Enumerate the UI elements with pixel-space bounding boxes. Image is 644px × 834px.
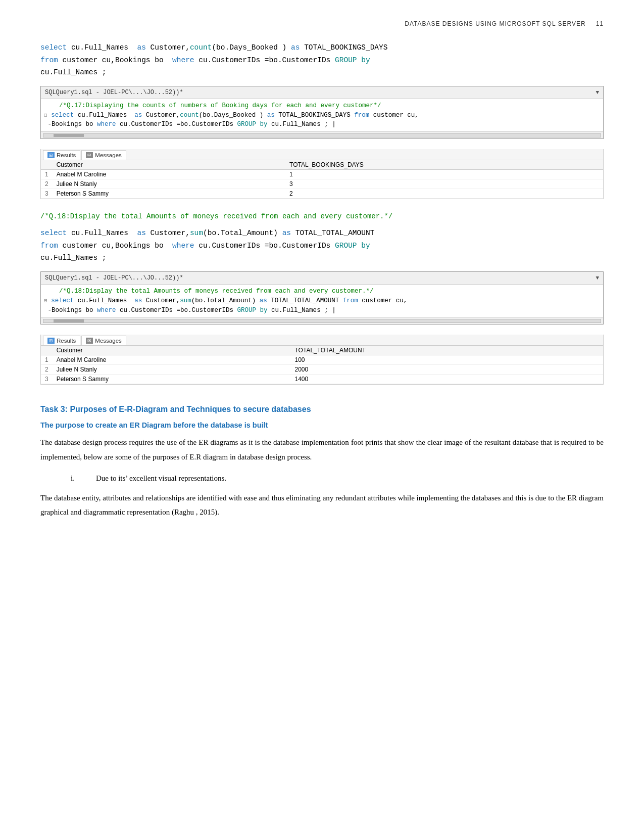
query17-comment-text: /*Q.17:Displaying the counts of numbers … [59,102,381,109]
task3-list-item-i: i. Due to its’ excellent visual represen… [71,471,604,486]
task3-sub-heading: The purpose to create an ER Diagram befo… [40,421,604,429]
query17-row1-col1: Anabel M Caroline [53,170,285,179]
query17-sql-text: select cu.Full_Names as Customer,count(b… [40,41,604,79]
kw-select-ed-17: select [51,112,74,119]
query18-scrollbar[interactable] [41,317,603,324]
query18-row2-num: 2 [41,365,53,375]
query17-scrollbar-track[interactable] [43,133,601,137]
query17-row3-num: 3 [41,189,53,199]
kw-select-17: select [40,43,67,52]
query17-title: SQLQuery1.sql - JOEL-PC\...\JO...52))* [45,88,183,97]
kw-where-ed-17: where [97,121,116,128]
query18-title: SQLQuery1.sql - JOEL-PC\...\JO...52))* [45,273,183,283]
kw-where-18: where [172,242,194,250]
query18-titlebar: SQLQuery1.sql - JOEL-PC\...\JO...52))* ▼ [41,272,603,285]
kw-count-ed-17: count [180,112,199,119]
query18-row2-col1: Juliee N Stanly [53,365,291,375]
task3-list-text-i: Due to its’ excellent visual representat… [96,471,226,486]
table-row: 1 Anabel M Caroline 1 [41,170,603,179]
kw-select-18: select [40,229,67,237]
query18-scrollbar-thumb[interactable] [54,319,84,322]
query18-scrollbar-track[interactable] [43,319,601,323]
kw-groupby-17: GROUP by [335,56,370,64]
results-icon-17: ⊞ [47,152,55,158]
query18-row1-num: 1 [41,355,53,365]
line-indicator-17a: ⊟ [44,112,47,118]
kw-where-17: where [172,56,194,64]
query18-row1-col1: Anabel M Caroline [53,355,291,365]
task3-para1: The database design process requires the… [40,435,604,464]
query17-scrollbar-thumb[interactable] [54,134,84,137]
query17-row1-num: 1 [41,170,53,179]
kw-groupby-ed-18: GROUP by [237,307,268,314]
query17-tab1-label: Results [57,152,76,158]
kw-as-ed-18b: as [260,297,267,304]
kw-from-18: from [40,242,58,250]
kw-as-18a: as [137,229,145,237]
kw-as-18b: as [282,229,291,237]
page-header: DATABASE DESIGNS USING MICROSOFT SQL SER… [40,20,604,27]
query18-code1: ⊟ select cu.Full_Names as Customer,sum(b… [44,296,600,306]
query17-code1: ⊟ select cu.Full_Names as Customer,count… [44,111,600,120]
query18-tab-messages[interactable]: ✉ Messages [81,336,126,345]
kw-where-ed-18: where [97,307,116,314]
query18-table-header: Customer TOTAL_TOTAL_AMOUNT [41,346,603,355]
query17-title-right: ▼ [596,88,599,97]
query17-table-header: Customer TOTAL_BOOKINGS_DAYS [41,160,603,170]
kw-count-17: count [190,43,212,52]
query18-results-table: Customer TOTAL_TOTAL_AMOUNT 1 Anabel M C… [41,346,603,384]
messages-icon-17: ✉ [86,152,93,158]
query18-col1-header: Customer [53,346,291,355]
table-row: 3 Peterson S Sammy 1400 [41,375,603,384]
task3-list-label-i: i. [71,471,86,486]
query18-row3-num: 3 [41,375,53,384]
query17-col-num-header [41,160,53,170]
query17-tab-results[interactable]: ⊞ Results [43,150,80,160]
messages-icon-18: ✉ [86,338,93,344]
query17-editor-body: /*Q.17:Displaying the counts of numbers … [41,99,603,131]
query18-editor-panel: SQLQuery1.sql - JOEL-PC\...\JO...52))* ▼… [40,271,604,325]
kw-from-ed-17: from [354,112,369,119]
query17-editor-panel: SQLQuery1.sql - JOEL-PC\...\JO...52))* ▼… [40,86,604,139]
query18-row3-col2: 1400 [291,375,604,384]
table-row: 1 Anabel M Caroline 100 [41,355,603,365]
query17-scrollbar[interactable] [41,131,603,138]
page-number: 11 [596,20,604,27]
query17-titlebar: SQLQuery1.sql - JOEL-PC\...\JO...52))* ▼ [41,86,603,99]
query17-row1-col2: 1 [285,170,603,179]
query17-row3-col1: Peterson S Sammy [53,189,285,199]
kw-as-17a: as [137,43,145,52]
query18-tab1-label: Results [57,338,76,344]
query18-comment-label: /*Q.18:Display the total Amounts of mone… [40,212,392,220]
kw-as-ed-18a: as [134,297,142,304]
query18-code2: -Bookings bo where cu.CustomerIDs =bo.Cu… [44,306,600,315]
kw-as-17b: as [291,43,300,52]
kw-sum-ed-18: sum [180,297,191,304]
query17-results-panel: ⊞ Results ✉ Messages Customer TOTAL_BOOK… [40,149,604,199]
query17-tab-messages[interactable]: ✉ Messages [81,150,126,160]
query18-col-num-header [41,346,53,355]
line-indicator-18a: ⊟ [44,298,47,304]
kw-from-17: from [40,56,58,64]
table-row: 2 Juliee N Stanly 3 [41,179,603,189]
query18-row1-col2: 100 [291,355,604,365]
query17-row2-col1: Juliee N Stanly [53,179,285,189]
query18-editor-body: /*Q.18:Display the total Amounts of mone… [41,285,603,317]
query18-comment: /*Q.18:Display the total Amounts of mone… [44,287,600,296]
query18-comment-text-ed: /*Q.18:Display the total Amounts of mone… [59,288,374,295]
query17-col2-header: TOTAL_BOOKINGS_DAYS [285,160,603,170]
query17-row3-col2: 2 [285,189,603,199]
query17-results-tabs: ⊞ Results ✉ Messages [41,149,603,160]
task3-heading: Task 3: Purposes of E-R-Diagram and Tech… [40,405,604,414]
query18-comment-text: /*Q.18:Display the total Amounts of mone… [40,211,604,222]
table-row: 3 Peterson S Sammy 2 [41,189,603,199]
query18-title-right: ▼ [596,274,599,283]
query18-tab-results[interactable]: ⊞ Results [43,336,80,345]
query18-row2-col2: 2000 [291,365,604,375]
query18-col2-header: TOTAL_TOTAL_AMOUNT [291,346,604,355]
query17-col1-header: Customer [53,160,285,170]
query18-results-tabs: ⊞ Results ✉ Messages [41,335,603,346]
kw-as-ed-17b: as [267,112,275,119]
query17-row2-col2: 3 [285,179,603,189]
kw-select-ed-18: select [51,297,74,304]
